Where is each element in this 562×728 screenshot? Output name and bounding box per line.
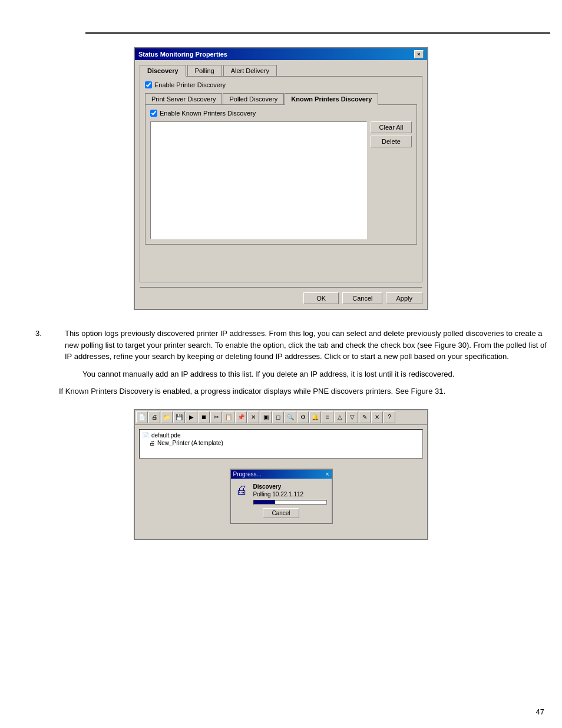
toolbar-btn-21[interactable]: ? (384, 411, 395, 423)
body-text-section: 3. This option logs previously discovere… (12, 328, 550, 397)
toolbar-btn-10[interactable]: ✕ (247, 411, 259, 423)
app-window: 📄 🖨 📁 💾 ▶ ⏹ ✂ 📋 📌 ✕ ▣ ◻ 🔍 ⚙ 🔔 ≡ △ ▽ ✎ ✕ (134, 409, 428, 540)
tree-item-default: 📄 default.pde (142, 432, 420, 439)
app-toolbar: 📄 🖨 📁 💾 ▶ ⏹ ✂ 📋 📌 ✕ ▣ ◻ 🔍 ⚙ 🔔 ≡ △ ▽ ✎ ✕ (135, 410, 427, 425)
progress-row: 🖨 Discovery Polling 10.22.1.112 (236, 483, 327, 508)
tree-item-new-printer: 🖨 New_Printer (A template) (142, 440, 420, 446)
step3-text: This option logs previously discovered p… (65, 328, 550, 363)
status-monitoring-dialog: Status Monitoring Properties × Discovery… (134, 47, 428, 310)
tab-discovery[interactable]: Discovery (140, 65, 186, 77)
toolbar-btn-19[interactable]: ✎ (359, 411, 371, 423)
enable-known-printers-row: Enable Known Printers Discovery (150, 110, 412, 117)
toolbar-btn-13[interactable]: 🔍 (285, 411, 296, 423)
dialog-titlebar: Status Monitoring Properties × (135, 48, 427, 60)
sub-tab-polled[interactable]: Polled Discovery (223, 93, 284, 104)
clear-all-button[interactable]: Clear All (371, 121, 412, 133)
progress-close-btn[interactable]: × (326, 471, 329, 477)
list-area: Clear All Delete (150, 121, 412, 239)
progress-cancel-row: Cancel (236, 508, 327, 518)
ip-address-listbox[interactable] (150, 121, 367, 239)
tree-printer-icon: 🖨 (149, 440, 155, 446)
progress-bar-fill (254, 500, 276, 504)
app-content: 📄 default.pde 🖨 New_Printer (A template) (138, 428, 424, 536)
enable-known-printers-checkbox[interactable] (150, 110, 157, 117)
normal-paragraph: If Known Printers Discovery is enabled, … (35, 386, 550, 397)
progress-dialog-container: Progress... × 🖨 Discovery Polling 10.22.… (138, 460, 424, 536)
dialog-footer: OK Cancel Apply (140, 287, 422, 304)
toolbar-btn-7[interactable]: ✂ (210, 411, 222, 423)
tree-label-default: default.pde (151, 432, 181, 439)
toolbar-btn-14[interactable]: ⚙ (297, 411, 309, 423)
list-buttons: Clear All Delete (371, 121, 412, 239)
progress-screenshot: 📄 🖨 📁 💾 ▶ ⏹ ✂ 📋 📌 ✕ ▣ ◻ 🔍 ⚙ 🔔 ≡ △ ▽ ✎ ✕ (12, 409, 550, 540)
toolbar-btn-15[interactable]: 🔔 (309, 411, 321, 423)
progress-body: 🖨 Discovery Polling 10.22.1.112 (231, 479, 332, 523)
step3-number: 3. (35, 328, 65, 363)
tree-label-new-printer: New_Printer (A template) (157, 440, 223, 446)
titlebar-controls: × (414, 50, 424, 58)
tab-content: Enable Printer Discovery Print Server Di… (140, 76, 422, 282)
toolbar-btn-4[interactable]: 💾 (173, 411, 185, 423)
top-border (85, 32, 550, 34)
toolbar-btn-17[interactable]: △ (334, 411, 346, 423)
enable-printer-discovery-label: Enable Printer Discovery (154, 81, 226, 88)
toolbar-btn-2[interactable]: 🖨 (148, 411, 160, 423)
apply-button[interactable]: Apply (386, 292, 422, 304)
tab-polling[interactable]: Polling (187, 65, 222, 76)
progress-dialog: Progress... × 🖨 Discovery Polling 10.22.… (230, 469, 333, 524)
sub-tab-strip: Print Server Discovery Polled Discovery … (145, 93, 417, 104)
enable-printer-discovery-row: Enable Printer Discovery (145, 81, 417, 88)
progress-title: Progress... (233, 471, 262, 477)
progress-printer-icon: 🖨 (236, 483, 250, 498)
delete-button[interactable]: Delete (371, 136, 412, 147)
sub-tab-content: Enable Known Printers Discovery Clear Al… (145, 104, 417, 245)
toolbar-btn-3[interactable]: 📁 (161, 411, 173, 423)
main-tab-strip: Discovery Polling Alert Delivery (140, 65, 422, 76)
progress-label: Discovery (253, 483, 327, 490)
progress-bar-container (253, 500, 327, 505)
toolbar-btn-12[interactable]: ◻ (272, 411, 284, 423)
toolbar-btn-16[interactable]: ≡ (322, 411, 333, 423)
progress-text-area: Discovery Polling 10.22.1.112 (253, 483, 327, 508)
toolbar-btn-6[interactable]: ⏹ (198, 411, 210, 423)
toolbar-btn-18[interactable]: ▽ (346, 411, 358, 423)
progress-titlebar: Progress... × (231, 470, 332, 479)
toolbar-btn-1[interactable]: 📄 (136, 411, 148, 423)
cancel-button[interactable]: Cancel (342, 292, 382, 304)
progress-sub-label: Polling 10.22.1.112 (253, 491, 327, 498)
enable-printer-discovery-checkbox[interactable] (145, 81, 152, 88)
tree-file-icon: 📄 (142, 432, 149, 439)
step3-row: 3. This option logs previously discovere… (35, 328, 550, 363)
tab-alert-delivery[interactable]: Alert Delivery (223, 65, 277, 76)
sub-tab-print-server[interactable]: Print Server Discovery (145, 93, 222, 104)
toolbar-btn-11[interactable]: ▣ (260, 411, 272, 423)
dialog-body: Discovery Polling Alert Delivery Enable … (135, 60, 427, 309)
app-main-area: 📄 default.pde 🖨 New_Printer (A template) (135, 425, 427, 539)
ok-button[interactable]: OK (303, 292, 339, 304)
sub-tab-known-printers[interactable]: Known Printers Discovery (285, 93, 378, 105)
toolbar-btn-5[interactable]: ▶ (186, 411, 197, 423)
page-number: 47 (536, 707, 544, 716)
toolbar-btn-9[interactable]: 📌 (235, 411, 247, 423)
dialog-title: Status Monitoring Properties (138, 51, 227, 58)
toolbar-btn-8[interactable]: 📋 (223, 411, 234, 423)
close-btn[interactable]: × (414, 50, 424, 58)
progress-cancel-button[interactable]: Cancel (263, 508, 299, 518)
dialog-screenshot: Status Monitoring Properties × Discovery… (12, 47, 550, 310)
toolbar-btn-20[interactable]: ✕ (371, 411, 383, 423)
app-tree[interactable]: 📄 default.pde 🖨 New_Printer (A template) (139, 429, 423, 459)
enable-known-printers-label: Enable Known Printers Discovery (160, 110, 256, 117)
indent-paragraph: You cannot manually add an IP address to… (35, 368, 550, 380)
